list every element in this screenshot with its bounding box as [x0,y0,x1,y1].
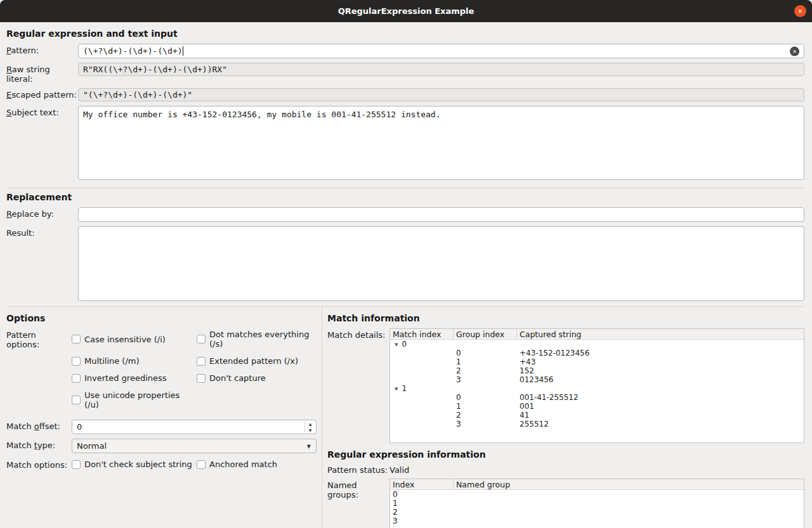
named-group-row-1[interactable]: 1 [390,499,804,508]
replacement-section-title: Replacement [6,192,804,202]
window-title: QRegularExpression Example [338,6,475,16]
close-button[interactable]: ✕ [794,5,806,17]
column-header-group-index[interactable]: Group index [454,329,517,339]
result-row: Result: [6,226,804,301]
match-0-row[interactable]: ▼0 [390,340,804,349]
checkbox-extended-pattern[interactable]: Extended pattern (/x) [197,356,317,366]
raw-string-field[interactable]: R"RX((\+?\d+)-(\d+)-(\d+))RX" [78,63,804,76]
match-type-combobox[interactable]: Normal ▼ [72,439,317,453]
match-info-pane: Match information Match details: Match i… [322,307,804,528]
collapse-icon[interactable]: ▼ [395,387,398,392]
match-details-row: Match details: Match index Group index C… [327,328,804,443]
result-area[interactable] [78,226,804,301]
checkbox-indicator [72,374,81,383]
tree-header: Index Named group [390,479,804,490]
collapse-icon[interactable]: ▼ [395,342,398,347]
app-window: QRegularExpression Example ✕ Regular exp… [0,0,812,528]
named-group-row-3[interactable]: 3 [390,517,804,525]
named-groups-tree[interactable]: Index Named group 0 1 2 [390,479,804,528]
tree-header: Match index Group index Captured string [390,329,804,340]
checkbox-dot-matches-everything[interactable]: Dot matches everything (/s) [197,330,317,349]
checkbox-dont-capture[interactable]: Don't capture [197,373,317,383]
match-0-group-3-row[interactable]: 3 0123456 [390,375,804,384]
checkbox-inverted-greediness[interactable]: Inverted greediness [72,373,197,383]
match-0-group-2-row[interactable]: 2 152 [390,366,804,375]
pattern-value: (\+?\d+)-(\d+)-(\d+) [83,46,183,56]
text-caret [183,46,183,56]
chevron-down-icon: ▼ [307,443,311,449]
replace-by-label: Replace by: [6,207,78,219]
subject-text-area[interactable]: My office number is +43-152-0123456, my … [78,106,804,180]
options-section-title: Options [6,313,317,323]
pattern-label: Pattern: [6,44,78,55]
escaped-pattern-row: Escaped pattern: "(\+?\d+)-(\d+)-(\d+)" [6,88,804,101]
match-details-label: Match details: [327,328,390,340]
escaped-pattern-field[interactable]: "(\+?\d+)-(\d+)-(\d+)" [78,88,804,101]
subject-text-label: Subject text: [6,106,78,117]
match-type-label: Match type: [6,439,72,450]
raw-string-value: R"RX((\+?\d+)-(\d+)-(\d+))RX" [83,65,227,74]
match-1-group-2-row[interactable]: 2 41 [390,411,804,420]
checkbox-dont-check-subject-string[interactable]: Don't check subject string [72,460,197,469]
named-groups-row: Named groups: Index Named group 0 1 [327,479,804,528]
titlebar[interactable]: QRegularExpression Example ✕ [0,0,812,22]
checkbox-multiline[interactable]: Multiline (/m) [72,356,197,366]
column-header-match-index[interactable]: Match index [390,329,454,339]
subject-text-row: Subject text: My office number is +43-15… [6,106,804,180]
named-group-row-0[interactable]: 0 [390,490,804,499]
match-0-group-1-row[interactable]: 1 +43 [390,357,804,366]
checkbox-indicator [197,357,206,366]
match-info-section-title: Match information [327,313,804,323]
replace-by-input[interactable] [78,207,804,222]
match-1-group-0-row[interactable]: 0 001-41-255512 [390,393,804,402]
escaped-pattern-value: "(\+?\d+)-(\d+)-(\d+)" [83,90,192,100]
replace-by-row: Replace by: [6,207,804,222]
match-0-group-0-row[interactable]: 0 +43-152-0123456 [390,349,804,357]
close-icon: ✕ [798,8,803,15]
named-group-row-2[interactable]: 2 [390,508,804,517]
checkbox-case-insensitive[interactable]: Case insensitive (/i) [72,330,197,349]
spin-down-button[interactable]: ▼ [305,427,315,434]
match-1-group-1-row[interactable]: 1 001 [390,402,804,411]
column-header-captured-string[interactable]: Captured string [517,329,804,339]
bottom-panes: Options Pattern options: Case insensitiv… [6,307,804,528]
pattern-input[interactable]: (\+?\d+)-(\d+)-(\d+) ✕ [78,44,804,58]
spin-up-button[interactable]: ▲ [305,421,315,427]
checkbox-indicator [72,396,81,404]
match-1-row[interactable]: ▼1 [390,384,804,393]
regexp-info-section-title: Regular expression information [327,449,804,460]
checkbox-indicator [197,374,206,383]
column-header-index[interactable]: Index [390,479,454,489]
checkbox-indicator [72,460,81,469]
named-groups-label: Named groups: [327,479,390,499]
dialog-body: Regular expression and text input Patter… [0,22,812,528]
checkbox-use-unicode-properties[interactable]: Use unicode properties (/u) [72,390,197,409]
match-options-grid: Don't check subject string Anchored matc… [72,458,277,469]
match-details-tree[interactable]: Match index Group index Captured string … [390,328,804,443]
checkbox-anchored-match[interactable]: Anchored match [197,460,277,469]
result-label: Result: [6,226,78,238]
match-1-group-3-row[interactable]: 3 255512 [390,420,804,428]
pattern-options-grid: Case insensitive (/i) Dot matches everyt… [72,328,317,409]
regex-input-section-title: Regular expression and text input [6,29,804,39]
subject-text-value: My office number is +43-152-0123456, my … [83,110,441,119]
pattern-options-row: Pattern options: Case insensitive (/i) D… [6,328,317,409]
horizontal-divider [6,188,804,188]
escaped-pattern-label: Escaped pattern: [6,88,78,100]
pattern-options-label: Pattern options: [6,328,72,349]
checkbox-indicator [72,357,81,366]
clear-icon: ✕ [792,48,797,54]
pattern-status-label: Pattern status: [327,463,390,475]
match-offset-row: Match offset: 0 ▲ ▼ [6,420,317,434]
match-offset-spinbox[interactable]: 0 ▲ ▼ [72,420,317,434]
pattern-row: Pattern: (\+?\d+)-(\d+)-(\d+) ✕ [6,44,804,58]
match-options-row: Match options: Don't check subject strin… [6,458,317,470]
column-header-named-group[interactable]: Named group [454,479,804,489]
match-offset-value: 0 [77,422,82,432]
match-offset-label: Match offset: [6,420,72,431]
pattern-status-value: Valid [390,463,409,475]
clear-button[interactable]: ✕ [790,46,799,56]
match-type-row: Match type: Normal ▼ [6,439,317,453]
raw-string-row: Raw string literal: R"RX((\+?\d+)-(\d+)-… [6,63,804,84]
spin-buttons: ▲ ▼ [304,421,315,433]
